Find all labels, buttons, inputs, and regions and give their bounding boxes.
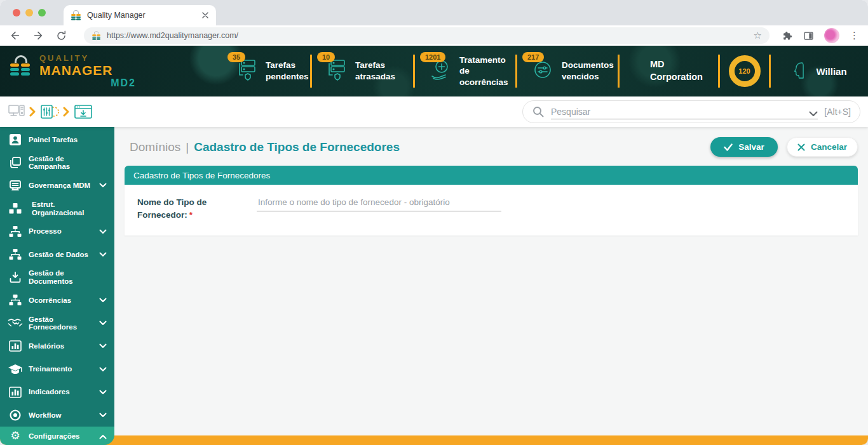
page-title: Cadastro de Tipos de Fornecedores xyxy=(194,140,400,154)
chevron-right-icon xyxy=(29,107,36,117)
process-tree-icon xyxy=(8,226,23,237)
sidebar-item-processo[interactable]: Processo xyxy=(0,220,114,243)
chevron-down-icon xyxy=(99,321,107,326)
search-input[interactable] xyxy=(551,107,809,117)
stat-tarefas-pendentes[interactable]: 35 Tarefas pendentes xyxy=(222,58,310,84)
browser-toolbar: https://www.md2qualitymanager.com/ ☆ ⋮ xyxy=(0,25,868,46)
user-name: Willian xyxy=(816,66,846,77)
tab-strip: Quality Manager xyxy=(0,0,868,25)
user-profile-icon xyxy=(792,62,808,81)
chevron-down-icon xyxy=(99,229,107,234)
page-title-row: Domínios | Cadastro de Tipos de Forneced… xyxy=(114,127,868,157)
task-panel-icon xyxy=(8,133,23,146)
workflow-target-icon xyxy=(8,409,23,422)
lock-bars-logo-icon xyxy=(10,55,32,81)
site-favicon xyxy=(71,10,81,20)
panel-title: Cadastro de Tipos de Fornecedores xyxy=(133,171,270,180)
address-bar[interactable]: https://www.md2qualitymanager.com/ ☆ xyxy=(84,27,770,44)
gear-icon: ⚙ xyxy=(8,430,23,441)
graduation-cap-icon xyxy=(8,364,23,375)
supplier-type-name-input[interactable] xyxy=(257,196,501,211)
data-tree-icon xyxy=(8,249,23,260)
score-value: 120 xyxy=(738,67,750,75)
sidebar-item-gestao-campanhas[interactable]: Gestão de Campanhas xyxy=(0,151,114,174)
stat-tarefas-atrasadas[interactable]: 10 Tarefas atrasadas xyxy=(312,58,413,84)
sidebar-item-gestao-fornecedores[interactable]: Gestão Fornecedores xyxy=(0,312,114,335)
cancel-button[interactable]: Cancelar xyxy=(787,137,858,157)
minimize-window-button[interactable] xyxy=(25,9,33,17)
app-header: QUALITY MANAGER MD2 35 Tarefas pendentes… xyxy=(0,46,868,96)
breadcrumb xyxy=(8,103,93,120)
sidebar-item-painel-tarefas[interactable]: Painel Tarefas xyxy=(0,128,114,151)
chevron-down-icon xyxy=(99,413,107,418)
count-badge: 1201 xyxy=(420,52,445,62)
stat-tratamento-ocorrencias[interactable]: 1201 Tratamento de ocorrências xyxy=(415,55,515,88)
count-badge: 35 xyxy=(227,52,245,62)
count-badge: 217 xyxy=(522,52,544,62)
logo-text: QUALITY MANAGER MD2 xyxy=(39,54,136,89)
org-cubes-icon xyxy=(8,203,23,215)
chevron-down-icon[interactable] xyxy=(809,111,818,117)
forward-icon[interactable] xyxy=(32,29,44,42)
form-panel: Cadastro de Tipos de Fornecedores Nome d… xyxy=(125,166,858,236)
x-icon xyxy=(797,143,805,151)
campaigns-copy-icon xyxy=(8,156,23,169)
browser-tab[interactable]: Quality Manager xyxy=(64,5,216,25)
chevron-down-icon xyxy=(99,367,107,372)
window-controls xyxy=(13,9,46,17)
chevron-right-icon xyxy=(63,107,70,117)
indicators-chart-icon xyxy=(8,387,23,398)
stat-documentos-vencidos[interactable]: 217 Documentos vencidos xyxy=(517,58,618,84)
extensions-puzzle-icon[interactable] xyxy=(782,30,793,41)
close-window-button[interactable] xyxy=(13,9,20,17)
site-favicon xyxy=(92,31,101,40)
sidebar-item-workflow[interactable]: Workflow xyxy=(0,404,114,427)
breadcrumb-section: Domínios xyxy=(130,140,180,154)
sidebar-item-configuracoes[interactable]: ⚙ Configurações xyxy=(0,427,114,445)
maximize-window-button[interactable] xyxy=(38,9,46,17)
bottom-accent-bar xyxy=(0,435,868,445)
sidebar-item-governanca-mdm[interactable]: Governança MDM xyxy=(0,174,114,197)
chevron-down-icon xyxy=(99,298,107,303)
tab-close-icon[interactable] xyxy=(202,12,208,18)
app-logo[interactable]: QUALITY MANAGER MD2 xyxy=(0,54,222,89)
user-menu[interactable]: Willian xyxy=(771,62,868,81)
sidebar-item-relatorios[interactable]: Relatórios xyxy=(0,335,114,357)
sidebar-item-estrut-organizacional[interactable]: Estrut. Organizacional xyxy=(0,197,114,220)
utility-bar: [Alt+S] xyxy=(0,96,868,127)
chevron-up-icon xyxy=(99,430,107,442)
global-search[interactable]: [Alt+S] xyxy=(522,100,860,123)
score-ring-badge[interactable]: 120 xyxy=(729,55,761,87)
chevron-down-icon xyxy=(99,183,107,188)
bookmark-star-icon[interactable]: ☆ xyxy=(754,30,762,41)
count-badge: 10 xyxy=(317,52,335,62)
reload-icon[interactable] xyxy=(55,29,67,42)
field-label: Nome do Tipo de Fornecedor:* xyxy=(137,196,250,236)
side-panel-icon[interactable] xyxy=(803,30,814,41)
settings-sliders-icon[interactable] xyxy=(40,103,59,120)
search-shortcut-hint: [Alt+S] xyxy=(824,107,851,117)
tab-title: Quality Manager xyxy=(87,11,196,20)
sidebar-item-gestao-documentos[interactable]: Gestão de Documentos xyxy=(0,266,114,289)
sidebar-item-ocorrencias[interactable]: Ocorrências xyxy=(0,289,114,312)
workstation-icon[interactable] xyxy=(8,103,25,120)
occurrences-tree-icon xyxy=(8,295,23,306)
document-download-icon xyxy=(8,271,23,284)
bar-chart-icon xyxy=(8,340,23,352)
save-button[interactable]: Salvar xyxy=(710,137,778,157)
window-download-icon[interactable] xyxy=(74,104,93,119)
panel-body: Nome do Tipo de Fornecedor:* xyxy=(125,185,858,236)
check-icon xyxy=(724,143,733,151)
sidebar: Painel Tarefas Gestão de Campanhas Gover… xyxy=(0,127,114,445)
main-content: Domínios | Cadastro de Tipos de Forneced… xyxy=(114,127,868,435)
panel-header: Cadastro de Tipos de Fornecedores xyxy=(125,166,858,185)
url-text: https://www.md2qualitymanager.com/ xyxy=(107,31,749,40)
company-name[interactable]: MD Corporation xyxy=(620,58,718,83)
sidebar-item-treinamento[interactable]: Treinamento xyxy=(0,358,114,381)
browser-profile-avatar[interactable] xyxy=(824,28,839,43)
sidebar-item-gestao-dados[interactable]: Gestão de Dados xyxy=(0,243,114,266)
sidebar-item-indicadores[interactable]: Indicadores xyxy=(0,381,114,404)
browser-menu-icon[interactable]: ⋮ xyxy=(850,30,859,41)
back-icon[interactable] xyxy=(9,29,22,42)
handshake-icon xyxy=(8,318,23,328)
